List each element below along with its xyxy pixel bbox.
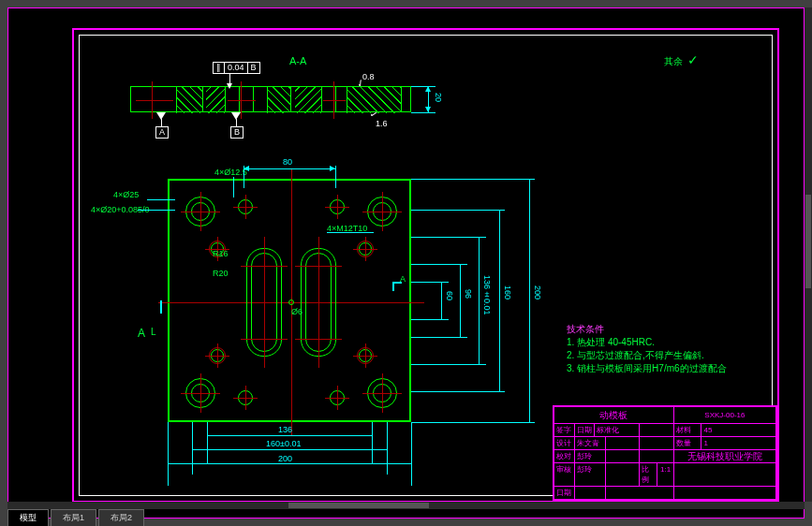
dim-text: 136 <box>278 425 292 434</box>
tech-line: 2. 与型芯过渡配合,不得产生偏斜. <box>567 349 704 362</box>
callout-text: 4×Ø25 <box>113 190 139 199</box>
surface-finish-value: 0.8 <box>362 72 375 81</box>
dim-text: 136±0.01 <box>482 275 492 315</box>
ext-line <box>411 237 486 238</box>
tab-layout2[interactable]: 布局2 <box>98 509 144 526</box>
tech-heading: 技术条件 <box>567 323 604 336</box>
dim-text: 96 <box>464 289 473 299</box>
datum-A-box: A <box>155 126 169 139</box>
dim-text: 160±0.01 <box>266 439 301 448</box>
surface-finish-value: 1.6 <box>376 119 388 128</box>
tb-value: 45 <box>701 424 775 436</box>
arrow-down-icon <box>227 83 232 89</box>
arrow-left-icon <box>244 166 249 171</box>
cad-canvas: A-A <box>8 8 804 518</box>
dim-line <box>499 210 500 391</box>
section-cut-line <box>160 300 162 314</box>
tb-label: 审核 <box>554 463 575 486</box>
dim-text: Ø6 <box>291 307 303 316</box>
dim-text: 200 <box>533 285 542 300</box>
ext-line <box>411 282 449 283</box>
section-label: A-A <box>289 55 306 66</box>
org-name: 无锡科技职业学院 <box>674 450 775 462</box>
drawing-number: SXKJ-00-16 <box>674 407 775 423</box>
section-cut-line <box>392 282 394 291</box>
tb-value: 1 <box>701 437 775 449</box>
ext-line <box>411 210 505 211</box>
leader-line <box>233 177 234 197</box>
ext-line <box>168 422 169 486</box>
dim-text: 20 <box>434 93 443 102</box>
dim-line <box>460 264 461 337</box>
center-pin-hole <box>288 300 294 305</box>
leader-line <box>327 232 374 233</box>
tab-layout1[interactable]: 布局1 <box>51 509 96 526</box>
callout-text: 4×Ø12.5 <box>214 168 247 177</box>
hatch-segment <box>295 87 321 113</box>
ext-line <box>411 86 436 87</box>
drawing-window: A-A <box>7 7 805 519</box>
tech-line: 1. 热处理 40-45HRC. <box>567 336 655 349</box>
ext-line <box>411 337 467 338</box>
part-name: 动模板 <box>554 407 674 423</box>
tb-label: 材料 <box>674 424 702 436</box>
gdt-datum-ref: B <box>248 63 259 73</box>
tb-value: 彭玲 <box>575 450 606 462</box>
tb-label: 标准化 <box>595 424 639 436</box>
title-block: 动模板 SXKJ-00-16 签字 日期 标准化 材料 45 设计 朱文青 数量… <box>553 405 777 501</box>
tab-model[interactable]: 模型 <box>7 509 49 526</box>
hatch-segment <box>267 87 290 113</box>
tb-label: 设计 <box>554 437 575 449</box>
dim-text: 80 <box>283 157 292 167</box>
tb-label: 日期 <box>575 424 596 436</box>
dim-line <box>244 168 335 169</box>
dim-line <box>529 179 530 422</box>
ext-line <box>387 422 388 475</box>
tb-label: 签字 <box>554 424 575 436</box>
ext-line <box>411 264 467 265</box>
section-mark-l: L <box>151 327 156 337</box>
dim-line <box>168 463 411 464</box>
ext-line <box>411 179 535 180</box>
scrollbar-thumb[interactable] <box>288 503 429 508</box>
dim-text: 160 <box>503 285 512 300</box>
section-body-outline <box>130 86 411 112</box>
gdt-parallelism-frame: ∥ 0.04 B <box>213 62 260 74</box>
datum-B-box: B <box>230 126 244 139</box>
tb-value: 彭玲 <box>575 463 606 486</box>
leader-line <box>147 199 175 200</box>
ext-line <box>411 391 505 392</box>
tb-value: 朱文青 <box>575 437 606 449</box>
dim-line <box>479 237 480 364</box>
ext-line <box>207 422 208 463</box>
hatch-segment <box>206 87 225 113</box>
vertical-scrollbar[interactable] <box>805 7 812 502</box>
dim-line <box>441 282 442 319</box>
dim-text: 200 <box>278 454 292 463</box>
tb-label: 日期 <box>554 487 575 499</box>
ext-line <box>411 112 436 113</box>
scrollbar-thumb[interactable] <box>805 195 811 288</box>
section-mark-A: A <box>138 327 145 340</box>
ext-line <box>192 422 193 475</box>
general-surface-note: 其余 <box>664 55 683 68</box>
arrow-down-icon <box>425 107 431 112</box>
tb-label: 数量 <box>674 437 702 449</box>
callout-text: R20 <box>213 269 229 278</box>
ext-line <box>335 166 336 188</box>
gdt-tolerance: 0.04 <box>225 63 248 73</box>
arrow-up-icon <box>425 86 431 92</box>
tb-label: 校对 <box>554 450 575 462</box>
callout-text: R16 <box>213 249 229 258</box>
ext-line <box>372 422 373 463</box>
gdt-symbol: ∥ <box>214 63 225 73</box>
ext-line <box>411 319 449 320</box>
tech-line: 3. 销柱与模板间采用H7/m6的过渡配合 <box>567 362 727 375</box>
ext-line <box>411 364 486 365</box>
arrow-right-icon <box>330 166 335 171</box>
leader-line <box>161 119 162 126</box>
dim-text: 60 <box>445 291 454 300</box>
leader-line <box>236 119 237 126</box>
layout-tabs: 模型 布局1 布局2 <box>7 509 144 526</box>
horizontal-scrollbar[interactable] <box>7 502 805 509</box>
